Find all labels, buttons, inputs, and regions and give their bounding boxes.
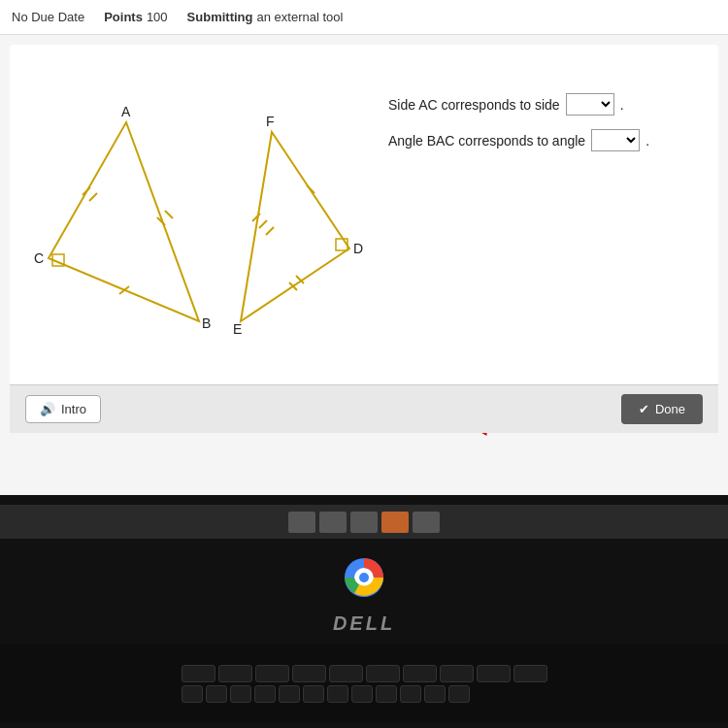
intro-label: Intro: [61, 402, 86, 416]
taskbar: [0, 505, 728, 539]
svg-text:C: C: [34, 250, 44, 266]
key-f10: [513, 665, 547, 682]
dell-logo: DELL: [333, 612, 395, 635]
svg-line-1: [83, 187, 90, 195]
key-r: [254, 685, 276, 703]
key-f4: [329, 665, 363, 682]
key-w: [206, 685, 227, 703]
angle-period: .: [645, 133, 649, 149]
side-question-row: Side AC corresponds to side FD FE DE .: [388, 93, 649, 116]
triangles-svg: A B C: [29, 64, 340, 346]
key-o: [376, 685, 397, 703]
angle-prompt: Angle BAC corresponds to angle: [388, 133, 585, 149]
checkmark-icon: ✔: [639, 402, 649, 416]
svg-text:F: F: [266, 114, 275, 129]
intro-button[interactable]: 🔊 Intro: [25, 395, 101, 423]
triangle2: F D E: [233, 114, 363, 337]
triangle1: A B C: [34, 104, 211, 331]
svg-text:A: A: [121, 104, 131, 119]
assignment-bar: No Due Date Points 100 Submitting an ext…: [0, 0, 728, 35]
taskbar-item-2: [319, 512, 347, 533]
key-f2: [255, 665, 289, 682]
bottom-bar: 🔊 Intro ✔ Done: [10, 384, 718, 433]
question-area: Side AC corresponds to side FD FE DE . A…: [388, 64, 649, 151]
laptop-bottom: DELL: [0, 495, 728, 728]
svg-text:B: B: [202, 315, 211, 331]
key-f8: [477, 665, 511, 682]
key-e: [230, 685, 251, 703]
points-value: 100: [147, 10, 168, 24]
angle-select[interactable]: F D E: [591, 129, 640, 151]
key-p: [400, 685, 421, 703]
svg-line-13: [259, 220, 267, 228]
svg-text:E: E: [233, 321, 242, 337]
speaker-icon: 🔊: [40, 402, 55, 416]
triangle-diagrams: A B C: [29, 64, 340, 349]
svg-text:D: D: [353, 241, 363, 256]
svg-line-14: [266, 227, 274, 235]
svg-line-4: [165, 211, 173, 218]
key-f7: [440, 665, 474, 682]
no-due-date-label: No Due Date: [12, 10, 84, 24]
svg-marker-10: [241, 132, 349, 321]
key-t: [279, 685, 300, 703]
taskbar-item-4: [413, 512, 440, 533]
key-u: [327, 685, 348, 703]
svg-point-24: [359, 573, 369, 582]
taskbar-item-orange: [381, 512, 409, 533]
browser-area: No Due Date Points 100 Submitting an ext…: [0, 0, 728, 495]
content-area: A B C: [10, 45, 718, 433]
side-period: .: [620, 97, 624, 113]
key-fn: [182, 665, 215, 682]
submitting-item: Submitting an external tool: [187, 10, 344, 24]
no-due-date: No Due Date: [12, 10, 84, 24]
svg-line-2: [89, 193, 97, 201]
key-q: [182, 685, 203, 703]
diagrams-container: A B C: [29, 64, 699, 349]
key-bracket: [424, 685, 446, 703]
taskbar-item-1: [288, 512, 315, 533]
key-i: [351, 685, 373, 703]
keyboard-row-2: [182, 685, 547, 703]
key-back: [448, 685, 470, 703]
submitting-label: Submitting: [187, 10, 253, 24]
points-label: Points: [104, 10, 143, 24]
done-label: Done: [655, 402, 685, 416]
key-f5: [366, 665, 400, 682]
points-item: Points 100: [104, 10, 167, 24]
side-prompt: Side AC corresponds to side: [388, 97, 560, 113]
done-button[interactable]: ✔ Done: [621, 394, 703, 424]
submitting-value: an external tool: [256, 10, 343, 24]
key-f6: [403, 665, 437, 682]
keyboard-row-1: [182, 665, 547, 682]
angle-question-row: Angle BAC corresponds to angle F D E .: [388, 129, 649, 151]
key-y: [303, 685, 324, 703]
key-f3: [292, 665, 326, 682]
taskbar-item-3: [350, 512, 378, 533]
key-f1: [218, 665, 252, 682]
chrome-icon: [343, 556, 385, 599]
svg-line-12: [252, 214, 260, 221]
side-select[interactable]: FD FE DE: [566, 93, 614, 116]
keyboard-area: [0, 645, 728, 722]
